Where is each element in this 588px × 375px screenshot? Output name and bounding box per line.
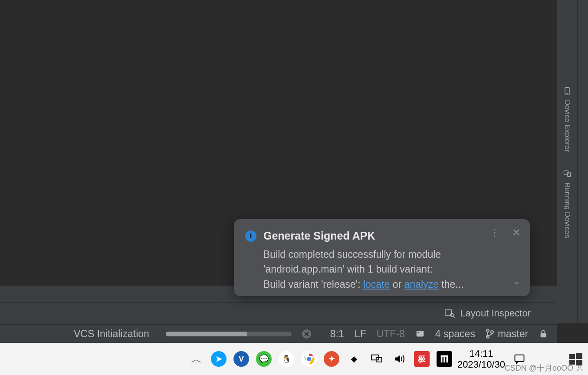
tab-device-explorer-label: Device Explorer [563, 100, 572, 152]
watermark: CSDN @十月ooOO [505, 363, 584, 373]
tray-app-9[interactable]: 极 [414, 351, 430, 367]
svg-rect-25 [576, 353, 582, 359]
status-progress[interactable] [166, 332, 292, 336]
notification-close-button[interactable]: ✕ [511, 227, 522, 238]
notification-expand-button[interactable]: ⌄ [512, 274, 520, 288]
tray-app-10[interactable] [437, 351, 452, 367]
status-indent[interactable]: 4 spaces [435, 328, 475, 340]
locate-link[interactable]: locate [363, 279, 390, 290]
cancel-task-button[interactable] [302, 329, 311, 339]
notification-line1b: 'android.app.main' with 1 build variant: [263, 262, 519, 277]
svg-point-5 [450, 313, 453, 316]
person-icon [576, 364, 584, 372]
svg-point-16 [307, 357, 311, 361]
status-encoding[interactable]: UTF-8 [377, 328, 405, 340]
notification-title: Generate Signed APK [263, 228, 375, 244]
tray-app-wechat[interactable]: 💬 [256, 351, 272, 367]
ide-right-gutter [577, 0, 588, 323]
tray-app-chrome[interactable] [301, 351, 317, 367]
tray-app-6[interactable]: ◈ [346, 351, 362, 367]
svg-rect-10 [417, 332, 419, 333]
svg-point-13 [491, 331, 493, 333]
notification-line2: Build variant 'release': locate or analy… [263, 277, 519, 292]
notification-body: Build completed successfully for module … [245, 247, 519, 292]
status-branch-name: master [498, 328, 528, 340]
svg-point-11 [486, 329, 489, 332]
tray-app-display[interactable] [369, 351, 384, 367]
svg-rect-9 [417, 331, 424, 337]
tray-app-1[interactable]: ➤ [211, 351, 227, 367]
analyze-link[interactable]: analyze [404, 279, 439, 290]
notification-line2-prefix: Build variant 'release': [263, 279, 363, 290]
devices-icon [563, 169, 572, 178]
taskbar-clock[interactable]: 14:11 2023/10/30 [457, 348, 505, 370]
notification-or: or [390, 279, 404, 290]
bottom-tool-bar: Layout Inspector [0, 302, 557, 325]
close-icon [304, 332, 309, 336]
status-line-ending[interactable]: LF [355, 328, 366, 340]
lock-icon[interactable] [539, 329, 548, 339]
info-icon: i [245, 230, 256, 242]
tab-device-explorer[interactable]: Device Explorer [563, 87, 572, 152]
taskbar-time: 14:11 [457, 348, 505, 359]
tray-app-volume[interactable] [391, 351, 407, 367]
notification-trail: the... [439, 279, 464, 290]
tray-apps: ➤ V 💬 🐧 ✦ ◈ 极 [211, 351, 452, 367]
tab-running-devices[interactable]: Running Devices [563, 169, 572, 238]
notification-toast: i Generate Signed APK ⋮ ✕ Build complete… [234, 219, 530, 296]
right-tool-rail: Device Explorer Running Devices [557, 0, 577, 323]
status-git-branch[interactable]: master [486, 328, 528, 340]
branch-icon [486, 329, 494, 339]
phone-icon [563, 87, 572, 95]
svg-rect-14 [541, 333, 546, 337]
watermark-text: CSDN @十月ooOO [505, 363, 573, 373]
status-caret-pos[interactable]: 8:1 [330, 328, 344, 340]
svg-rect-22 [441, 355, 448, 357]
status-bar: VCS Initialization 8:1 LF UTF-8 4 spaces… [0, 325, 557, 343]
svg-point-28 [578, 365, 581, 368]
taskbar-date: 2023/10/30 [457, 359, 505, 370]
svg-rect-24 [569, 354, 575, 359]
svg-line-6 [453, 316, 455, 318]
notification-line1a: Build completed successfully for module [263, 247, 519, 262]
svg-rect-23 [515, 355, 524, 362]
status-task-label: VCS Initialization [74, 328, 149, 340]
windows-taskbar: ︿ ➤ V 💬 🐧 ✦ ◈ 极 14:11 2023 [0, 343, 568, 375]
layout-inspector-icon [444, 309, 456, 318]
notification-more-button[interactable]: ⋮ [489, 227, 500, 238]
tab-running-devices-label: Running Devices [563, 182, 572, 238]
tray-app-2[interactable]: V [233, 351, 249, 367]
tray-app-qq[interactable]: 🐧 [279, 351, 294, 367]
tab-layout-inspector[interactable]: Layout Inspector [444, 308, 531, 319]
notifications-icon[interactable] [415, 329, 425, 339]
tray-app-5[interactable]: ✦ [324, 351, 339, 367]
tray-overflow-button[interactable]: ︿ [191, 352, 202, 367]
tab-layout-inspector-label: Layout Inspector [460, 308, 531, 319]
